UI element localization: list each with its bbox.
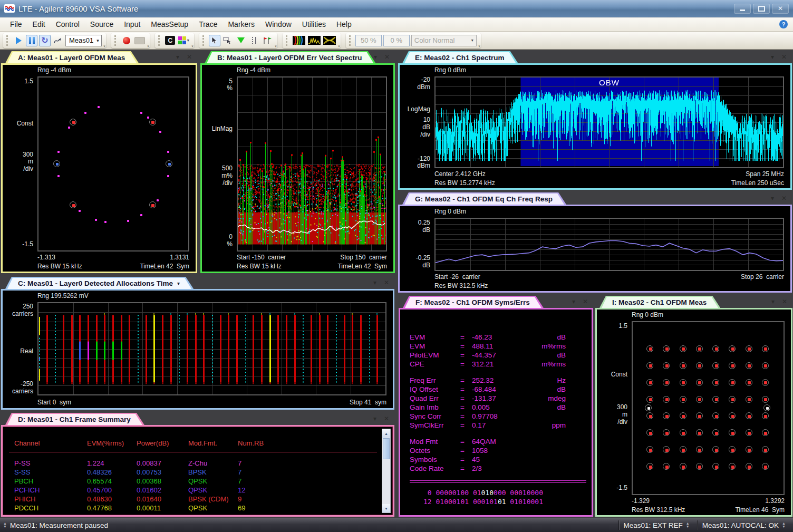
freq-response-canvas[interactable] bbox=[436, 219, 783, 270]
group-drag-handle[interactable] bbox=[6, 35, 9, 46]
spectrum-view-button[interactable] bbox=[307, 35, 321, 46]
maximize-button[interactable] bbox=[753, 4, 770, 14]
meas-select-dropdown[interactable]: Meas01 ▾ bbox=[65, 35, 102, 46]
group-overflow-icon[interactable]: ▾ bbox=[147, 44, 149, 48]
allocations-canvas[interactable] bbox=[38, 303, 385, 394]
panel-menu-icon[interactable]: ▾ bbox=[176, 53, 179, 61]
panel-close-icon[interactable]: ✕ bbox=[384, 415, 389, 422]
scroll-up-icon[interactable]: ▲ bbox=[382, 429, 390, 438]
group-overflow-icon[interactable]: ▾ bbox=[478, 44, 480, 48]
color-map-button[interactable]: ▾ bbox=[178, 35, 190, 46]
single-sweep-icon[interactable] bbox=[52, 35, 64, 46]
panel-menu-icon[interactable]: ▾ bbox=[771, 298, 775, 305]
error-vector-canvas[interactable] bbox=[238, 78, 386, 250]
error-vector-plot[interactable] bbox=[237, 76, 387, 252]
menu-utilities[interactable]: Utilities bbox=[297, 18, 331, 30]
group-drag-handle[interactable] bbox=[202, 35, 206, 46]
panel-menu-icon[interactable]: ▾ bbox=[374, 53, 377, 61]
menu-help[interactable]: Help bbox=[332, 18, 356, 30]
menu-input[interactable]: Input bbox=[119, 18, 145, 30]
panel-e-tab[interactable]: E: Meas02 - Ch1 Spectrum bbox=[402, 51, 518, 63]
menu-edit[interactable]: Edit bbox=[28, 18, 50, 30]
status-spinner-icon[interactable]: ▲▼ bbox=[686, 522, 690, 528]
group-overflow-icon[interactable]: ▾ bbox=[191, 44, 194, 48]
table-row[interactable]: PDCCH0.477680.00011QPSK69 bbox=[3, 504, 393, 511]
help-icon[interactable]: ? bbox=[779, 20, 788, 28]
screenshot-button[interactable] bbox=[134, 35, 146, 46]
pause-button[interactable] bbox=[26, 35, 37, 46]
panel-close-icon[interactable]: ✕ bbox=[384, 279, 389, 286]
constellation-plot-a[interactable] bbox=[37, 76, 189, 252]
menu-source[interactable]: Source bbox=[85, 18, 118, 30]
band-marker-button[interactable] bbox=[248, 35, 260, 46]
panel-close-icon[interactable]: ✕ bbox=[782, 298, 787, 305]
group-overflow-icon[interactable]: ▾ bbox=[338, 44, 340, 48]
group-overflow-icon[interactable]: ▾ bbox=[275, 44, 277, 48]
constellation-point bbox=[649, 398, 652, 401]
marker-flags-icon[interactable] bbox=[262, 35, 273, 46]
menu-markers[interactable]: Markers bbox=[223, 18, 259, 30]
group-drag-handle[interactable] bbox=[158, 35, 161, 46]
channel-c-button[interactable]: C bbox=[165, 35, 176, 46]
group-drag-handle[interactable] bbox=[114, 35, 118, 46]
table-row[interactable]: PHICH0.486300.01640BPSK (CDM)9 bbox=[3, 495, 393, 504]
constellation-plot-i[interactable] bbox=[632, 321, 785, 495]
status-spinner-icon[interactable]: ▲▼ bbox=[782, 522, 786, 528]
panel-menu-icon[interactable]: ▾ bbox=[373, 415, 376, 422]
table-row[interactable]: PCFICH0.457000.01602QPSK12 bbox=[3, 486, 393, 495]
offset-percent-field[interactable]: 0 % bbox=[383, 35, 410, 46]
allocations-plot[interactable] bbox=[37, 302, 386, 395]
group-drag-handle[interactable] bbox=[286, 35, 289, 46]
spectrum-plot[interactable]: OBW bbox=[434, 76, 784, 168]
panel-f-tab[interactable]: F: Meas02 - Ch1 OFDM Syms/Errs bbox=[403, 296, 544, 308]
close-button[interactable]: ✕ bbox=[772, 4, 789, 14]
pointer-tool-button[interactable] bbox=[209, 35, 220, 46]
play-button[interactable] bbox=[13, 35, 24, 46]
menu-meassetup[interactable]: MeasSetup bbox=[146, 18, 193, 30]
panel-b-tab[interactable]: B: Meas01 - Layer0 OFDM Err Vect Spectru bbox=[205, 51, 376, 63]
spectrum-canvas[interactable] bbox=[436, 78, 783, 167]
panel-close-icon[interactable]: ✕ bbox=[187, 53, 192, 61]
constellation-point bbox=[748, 432, 751, 435]
title-bar[interactable]: LTE - Agilent 89600 VSA Software ✕ bbox=[0, 0, 793, 17]
menu-trace[interactable]: Trace bbox=[194, 18, 222, 30]
menu-control[interactable]: Control bbox=[51, 18, 84, 30]
peak-marker-button[interactable] bbox=[235, 35, 247, 46]
color-mode-value: Color Normal bbox=[414, 36, 455, 44]
overlap-percent-field[interactable]: 50 % bbox=[355, 35, 382, 46]
table-row[interactable]: S-SS0.483260.00753BPSK7 bbox=[3, 468, 393, 477]
panel-close-icon[interactable]: ✕ bbox=[583, 298, 588, 305]
record-button[interactable] bbox=[121, 35, 132, 46]
panel-close-icon[interactable]: ✕ bbox=[384, 53, 390, 61]
minimize-button[interactable] bbox=[734, 4, 751, 14]
scroll-down-icon[interactable]: ▼ bbox=[382, 504, 390, 512]
table-row[interactable]: P-SS1.2240.00837Z-Chu7 bbox=[3, 459, 393, 468]
restart-button[interactable]: ↻ bbox=[39, 35, 51, 46]
eye-diagram-view-button[interactable] bbox=[323, 35, 336, 46]
panel-menu-icon[interactable]: ▾ bbox=[771, 53, 774, 61]
status-spinner-icon[interactable]: ▲▼ bbox=[3, 522, 7, 528]
panel-c-tab[interactable]: C: Meas01 - Layer0 Detected Allocations … bbox=[5, 277, 194, 289]
freq-response-plot[interactable] bbox=[434, 218, 784, 271]
group-drag-handle[interactable] bbox=[349, 35, 352, 46]
panel-menu-icon[interactable]: ▾ bbox=[373, 279, 376, 286]
color-mode-dropdown[interactable]: Color Normal ▾ bbox=[411, 35, 477, 46]
menu-window[interactable]: Window bbox=[260, 18, 296, 30]
trace-select-icon[interactable]: ▾ bbox=[177, 280, 180, 286]
panel-menu-icon[interactable]: ▾ bbox=[572, 298, 575, 305]
panel-g-tab[interactable]: G: Meas02 - Ch1 OFDM Eq Ch Freq Resp bbox=[402, 192, 566, 205]
spectrogram-view-button[interactable] bbox=[292, 35, 306, 46]
x-start-label: -1.329 bbox=[632, 497, 650, 505]
group-overflow-icon[interactable]: ▾ bbox=[103, 44, 105, 48]
panel-close-icon[interactable]: ✕ bbox=[781, 195, 787, 202]
panel-a-tab[interactable]: A: Meas01 - Layer0 OFDM Meas bbox=[5, 51, 139, 63]
panel-menu-icon[interactable]: ▾ bbox=[771, 195, 774, 202]
table-row[interactable]: PBCH0.655740.00368QPSK7 bbox=[3, 477, 393, 486]
table-scrollbar[interactable]: ▲ ▼ bbox=[382, 429, 391, 513]
panel-d-tab[interactable]: D: Meas01 - Ch1 Frame Summary bbox=[5, 413, 144, 425]
panel-i-tab[interactable]: I: Meas02 - Ch1 OFDM Meas bbox=[599, 296, 720, 308]
menu-file[interactable]: File bbox=[5, 18, 27, 30]
zoom-select-tool-button[interactable] bbox=[222, 35, 234, 46]
panel-close-icon[interactable]: ✕ bbox=[781, 53, 787, 61]
scrollbar-thumb[interactable] bbox=[383, 438, 390, 459]
